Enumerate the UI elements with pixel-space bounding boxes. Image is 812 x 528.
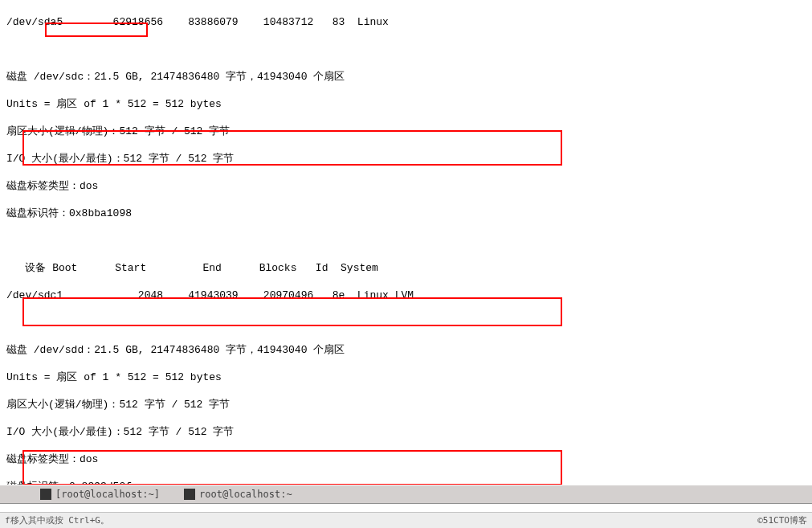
taskbar: [root@localhost:~] root@localhost:~ bbox=[0, 485, 812, 504]
disk-units-sdd: Units = 扇区 of 1 * 512 = 512 bytes bbox=[6, 370, 806, 384]
blank-line bbox=[6, 43, 806, 56]
disk-sector-sdc: 扇区大小(逻辑/物理)：512 字节 / 512 字节 bbox=[6, 125, 806, 138]
disk-header-sdd: 磁盘 /dev/sdd：21.5 GB, 21474836480 字节，4194… bbox=[6, 343, 806, 357]
watermark: ©51CTO博客 bbox=[757, 514, 807, 526]
disk-io-sdc: I/O 大小(最小/最佳)：512 字节 / 512 字节 bbox=[6, 152, 806, 166]
statusbar: f移入其中或按 Ctrl+G。 ©51CTO博客 bbox=[0, 512, 812, 528]
disk-header-sdc: 磁盘 /dev/sdc：21.5 GB, 21474836480 字节，4194… bbox=[6, 70, 806, 84]
taskbar-tab-terminal-1[interactable]: [root@localhost:~] bbox=[35, 486, 165, 502]
blank-line bbox=[6, 316, 806, 329]
terminal-icon bbox=[184, 489, 195, 500]
disk-id-sdc: 磁盘标识符：0x8bba1098 bbox=[6, 207, 806, 220]
disk-sector-sdd: 扇区大小(逻辑/物理)：512 字节 / 512 字节 bbox=[6, 398, 806, 411]
partition-row-sdc1: /dev/sdc1 2048 41943039 20970496 8e Linu… bbox=[6, 289, 806, 302]
taskbar-tab-label: [root@localhost:~] bbox=[55, 489, 160, 500]
disk-label-sdd: 磁盘标签类型：dos bbox=[6, 452, 806, 466]
partition-table-header: 设备 Boot Start End Blocks Id System bbox=[6, 261, 806, 275]
disk-label-sdc: 磁盘标签类型：dos bbox=[6, 179, 806, 193]
disk-units-sdc: Units = 扇区 of 1 * 512 = 512 bytes bbox=[6, 97, 806, 111]
taskbar-tab-terminal-2[interactable]: root@localhost:~ bbox=[179, 486, 297, 502]
terminal-icon bbox=[40, 489, 51, 500]
taskbar-tab-label: root@localhost:~ bbox=[199, 489, 292, 500]
blank-line bbox=[6, 234, 806, 248]
terminal-output[interactable]: /dev/sda5 62918656 83886079 10483712 83 … bbox=[0, 0, 812, 528]
partition-row-sda5: /dev/sda5 62918656 83886079 10483712 83 … bbox=[6, 15, 806, 29]
disk-io-sdd: I/O 大小(最小/最佳)：512 字节 / 512 字节 bbox=[6, 425, 806, 439]
statusbar-hint: f移入其中或按 Ctrl+G。 bbox=[5, 514, 109, 526]
